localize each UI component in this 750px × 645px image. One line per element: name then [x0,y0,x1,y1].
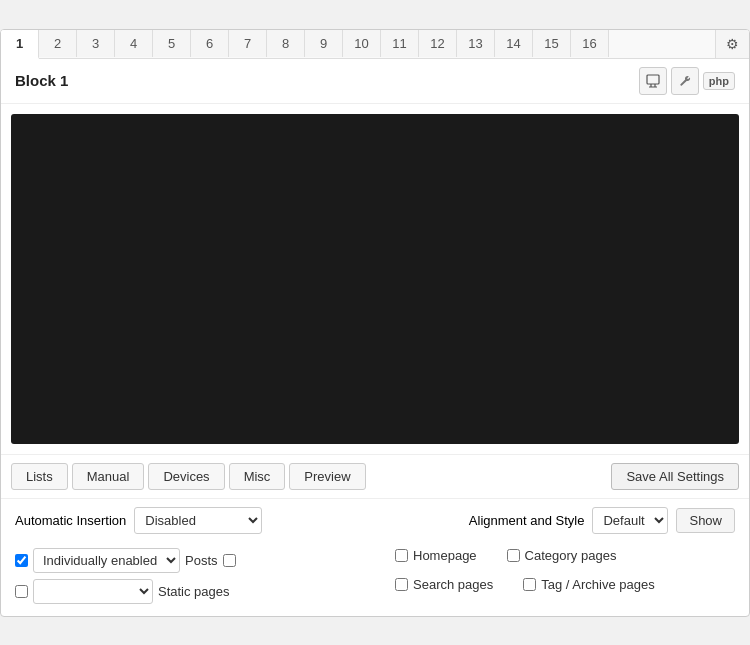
misc-button[interactable]: Misc [229,463,286,490]
block-title: Block 1 [15,72,68,89]
static-pages-label: Static pages [158,584,230,599]
toolbar-buttons: Lists Manual Devices Misc Preview [11,463,366,490]
tab-5[interactable]: 5 [153,30,191,57]
right-checkboxes: Homepage Category pages Search pages Tag… [395,548,735,598]
static-pages-row: Static pages [15,579,395,604]
manual-button[interactable]: Manual [72,463,145,490]
right-checkboxes-row2: Search pages Tag / Archive pages [395,577,735,598]
devices-button[interactable]: Devices [148,463,224,490]
header-icons: php [639,67,735,95]
category-pages-label: Category pages [525,548,617,563]
tab-11[interactable]: 11 [381,30,419,57]
block-header: Block 1 php [1,59,749,104]
gear-icon: ⚙ [726,36,739,52]
tab-14[interactable]: 14 [495,30,533,57]
tab-8[interactable]: 8 [267,30,305,57]
settings-row-1: Automatic Insertion Disabled Before cont… [15,507,735,534]
svg-rect-0 [647,75,659,84]
tab-9[interactable]: 9 [305,30,343,57]
wrench-icon [678,74,692,88]
tab-2[interactable]: 2 [39,30,77,57]
checkboxes-section: Individually enabled All enabled All dis… [1,542,749,616]
automatic-insertion-label: Automatic Insertion [15,513,126,528]
homepage-checkbox[interactable] [395,549,408,562]
homepage-label: Homepage [413,548,477,563]
posts-label: Posts [185,553,218,568]
automatic-insertion-select[interactable]: Disabled Before content After content Be… [134,507,262,534]
tab-3[interactable]: 3 [77,30,115,57]
monitor-icon-button[interactable] [639,67,667,95]
individually-enabled-select[interactable]: Individually enabled All enabled All dis… [33,548,180,573]
tab-10[interactable]: 10 [343,30,381,57]
tab-4[interactable]: 4 [115,30,153,57]
preview-button[interactable]: Preview [289,463,365,490]
tag-archive-checkbox[interactable] [523,578,536,591]
individually-enabled-row: Individually enabled All enabled All dis… [15,548,395,573]
lists-button[interactable]: Lists [11,463,68,490]
left-checkboxes: Individually enabled All enabled All dis… [15,548,395,610]
category-pages-checkbox[interactable] [507,549,520,562]
tab-bar: 1 2 3 4 5 6 7 8 9 10 11 12 13 14 15 16 ⚙ [1,30,749,59]
tab-15[interactable]: 15 [533,30,571,57]
homepage-group: Homepage [395,548,477,563]
alignment-style-group: Alignment and Style Default Left Center … [469,507,735,534]
posts-checkbox[interactable] [223,554,236,567]
static-pages-main-checkbox[interactable] [15,585,28,598]
search-pages-group: Search pages [395,577,493,592]
tab-12[interactable]: 12 [419,30,457,57]
settings-section: Automatic Insertion Disabled Before cont… [1,498,749,542]
bottom-toolbar: Lists Manual Devices Misc Preview Save A… [1,454,749,498]
tab-7[interactable]: 7 [229,30,267,57]
alignment-style-label: Alignment and Style [469,513,585,528]
automatic-insertion-group: Automatic Insertion Disabled Before cont… [15,507,449,534]
static-pages-select[interactable] [33,579,153,604]
settings-tab[interactable]: ⚙ [715,30,749,58]
tab-13[interactable]: 13 [457,30,495,57]
show-button[interactable]: Show [676,508,735,533]
tab-6[interactable]: 6 [191,30,229,57]
tag-archive-label: Tag / Archive pages [541,577,654,592]
php-badge[interactable]: php [703,72,735,90]
monitor-icon [646,74,660,88]
alignment-style-select[interactable]: Default Left Center Right [592,507,668,534]
preview-canvas [11,114,739,444]
tag-archive-group: Tag / Archive pages [523,577,654,592]
save-all-settings-button[interactable]: Save All Settings [611,463,739,490]
right-checkboxes-row1: Homepage Category pages [395,548,735,569]
category-pages-group: Category pages [507,548,617,563]
wrench-icon-button[interactable] [671,67,699,95]
search-pages-checkbox[interactable] [395,578,408,591]
tab-1[interactable]: 1 [1,30,39,59]
individually-enabled-checkbox[interactable] [15,554,28,567]
tab-16[interactable]: 16 [571,30,609,57]
search-pages-label: Search pages [413,577,493,592]
